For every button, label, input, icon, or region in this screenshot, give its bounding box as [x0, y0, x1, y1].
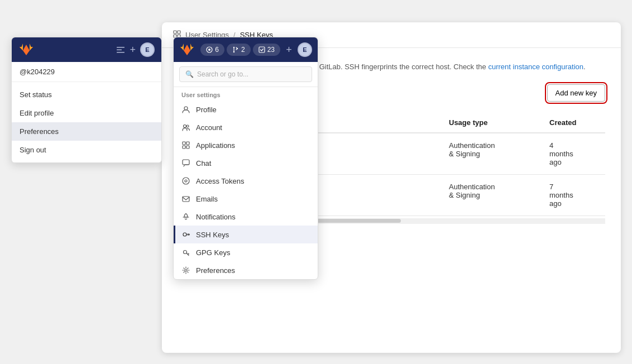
sidebar-toggle-small[interactable] [116, 45, 125, 54]
svg-point-15 [186, 125, 189, 127]
account-label: Account [196, 123, 222, 132]
applications-label: Applications [196, 141, 235, 150]
gitlab-logo-small [18, 42, 34, 58]
col-header-created: Created [549, 118, 605, 127]
us-gpg-keys-item[interactable]: GPG Keys [174, 243, 318, 261]
chat-icon [181, 159, 190, 167]
user-avatar-small[interactable]: E [140, 42, 155, 57]
svg-rect-4 [117, 47, 125, 48]
us-applications-item[interactable]: Applications [174, 136, 318, 154]
emails-icon [181, 194, 190, 203]
usage-type-1: Authentication& Signing [449, 141, 549, 158]
svg-point-13 [184, 107, 188, 110]
preferences-us-label: Preferences [196, 266, 235, 275]
svg-point-9 [233, 47, 234, 48]
set-status-item[interactable]: Set status [12, 85, 161, 104]
us-preferences-item[interactable]: Preferences [174, 261, 318, 279]
us-profile-item[interactable]: Profile [174, 100, 318, 118]
us-account-item[interactable]: Account [174, 118, 318, 136]
col-header-usage: Usage type [449, 118, 549, 127]
preferences-item[interactable]: Preferences [12, 122, 161, 141]
svg-point-22 [185, 180, 187, 182]
us-emails-item[interactable]: Emails [174, 190, 318, 208]
gitlab-logo-us[interactable] [179, 42, 195, 58]
us-access-tokens-item[interactable]: Access Tokens [174, 172, 318, 190]
svg-rect-6 [117, 52, 125, 53]
quick-menu-header: + E [12, 37, 161, 62]
plus-icon-small[interactable]: + [130, 44, 136, 56]
username-display: @k204229 [12, 62, 161, 82]
search-input[interactable]: 🔍 Search or go to... [179, 66, 312, 82]
svg-point-14 [184, 125, 186, 128]
svg-point-10 [233, 51, 234, 52]
section-label: User settings [174, 87, 318, 100]
notifications-label: Notifications [196, 213, 236, 221]
profile-label: Profile [196, 106, 217, 114]
plus-icon-us[interactable]: + [286, 44, 292, 56]
us-ssh-keys-item[interactable]: SSH Keys [174, 226, 318, 243]
svg-point-11 [237, 48, 238, 49]
nav-pills: 6 2 23 [200, 44, 280, 56]
sign-out-item[interactable]: Sign out [12, 141, 161, 159]
us-menu-list: Profile Account [174, 100, 318, 279]
applications-icon [181, 141, 190, 150]
edit-profile-item[interactable]: Edit profile [12, 104, 161, 122]
gpg-keys-icon [181, 248, 190, 257]
quick-menu-header-icons: + E [116, 42, 155, 57]
svg-rect-19 [186, 146, 189, 149]
notifications-icon [181, 212, 190, 221]
svg-rect-17 [186, 142, 189, 145]
todos-pill[interactable]: 23 [253, 44, 280, 56]
user-quick-menu: + E @k204229 Set status Edit profile Pre… [11, 37, 162, 163]
svg-rect-5 [117, 50, 122, 51]
access-tokens-label: Access Tokens [196, 177, 244, 185]
access-tokens-icon [181, 176, 190, 185]
account-icon [181, 123, 190, 132]
created-date-2: 7monthsago [549, 183, 605, 208]
svg-rect-18 [183, 146, 185, 149]
mr-pill[interactable]: 2 [227, 44, 251, 56]
us-chat-item[interactable]: Chat [174, 154, 318, 172]
issues-pill[interactable]: 6 [200, 44, 224, 56]
svg-point-21 [183, 178, 189, 184]
user-settings-header: 6 2 23 + E [174, 37, 318, 62]
svg-rect-20 [183, 160, 189, 165]
svg-rect-0 [174, 31, 176, 33]
svg-rect-16 [183, 142, 185, 145]
svg-point-8 [208, 49, 210, 51]
user-settings-menu: 6 2 23 + E 🔍 [173, 37, 318, 280]
ssh-keys-icon [181, 230, 190, 239]
svg-point-24 [183, 233, 186, 236]
created-date-1: 4monthsago [549, 141, 605, 166]
svg-rect-1 [178, 31, 180, 33]
search-placeholder: Search or go to... [197, 70, 248, 78]
emails-label: Emails [196, 195, 218, 203]
quick-menu-items: Set status Edit profile Preferences Sign… [12, 82, 161, 162]
chat-label: Chat [196, 159, 211, 167]
instance-config-link[interactable]: current instance configuration [488, 63, 583, 71]
svg-point-26 [185, 269, 187, 271]
gpg-keys-label: GPG Keys [196, 248, 230, 257]
ssh-keys-label: SSH Keys [196, 231, 229, 239]
search-bar: 🔍 Search or go to... [174, 62, 318, 87]
add-new-key-button[interactable]: Add new key [547, 84, 605, 102]
user-avatar-us[interactable]: E [298, 42, 312, 57]
usage-type-2: Authentication& Signing [449, 183, 549, 199]
search-icon: 🔍 [185, 70, 194, 78]
profile-icon [181, 105, 190, 114]
svg-rect-23 [183, 197, 189, 202]
preferences-us-icon [181, 266, 190, 275]
us-notifications-item[interactable]: Notifications [174, 208, 318, 226]
svg-rect-12 [259, 47, 265, 52]
